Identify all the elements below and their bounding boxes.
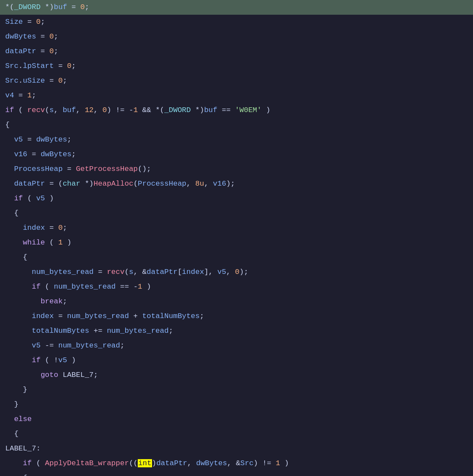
code-line-17: while ( 1 ) <box>0 235 473 250</box>
code-line-8: if ( recv(s, buf, 12, 0) != -1 && *(_DWO… <box>0 103 473 118</box>
code-line-19: num_bytes_read = recv(s, &dataPtr[index]… <box>0 265 473 280</box>
code-line-13: dataPtr = (char *)HeapAlloc(ProcessHeap,… <box>0 177 473 191</box>
code-line-31: LABEL_7: <box>0 441 473 456</box>
code-line-26: goto LABEL_7; <box>0 368 473 383</box>
code-line-1: *(_DWORD *)buf = 0; <box>0 0 473 15</box>
code-line-6: Src.uSize = 0; <box>0 74 473 88</box>
code-line-29: else <box>0 412 473 427</box>
code-line-16: index = 0; <box>0 221 473 235</box>
code-line-2: Size = 0; <box>0 15 473 29</box>
code-line-9: { <box>0 118 473 132</box>
code-line-4: dataPtr = 0; <box>0 44 473 59</box>
code-line-10: v5 = dwBytes; <box>0 132 473 147</box>
code-line-22: index = num_bytes_read + totalNumBytes; <box>0 309 473 324</box>
code-line-24: v5 -= num_bytes_read; <box>0 338 473 353</box>
code-line-23: totalNumBytes += num_bytes_read; <box>0 324 473 338</box>
code-line-33: { <box>0 471 473 476</box>
code-line-5: Src.lpStart = 0; <box>0 59 473 74</box>
code-container: *(_DWORD *)buf = 0; Size = 0; dwBytes = … <box>0 0 473 476</box>
code-line-11: v16 = dwBytes; <box>0 147 473 162</box>
code-line-7: v4 = 1; <box>0 88 473 103</box>
code-line-3: dwBytes = 0; <box>0 29 473 44</box>
code-line-25: if ( !v5 ) <box>0 353 473 368</box>
code-line-18: { <box>0 250 473 265</box>
code-line-15: { <box>0 206 473 221</box>
code-line-14: if ( v5 ) <box>0 191 473 206</box>
code-line-28: } <box>0 397 473 412</box>
code-line-30: { <box>0 427 473 441</box>
code-line-21: break; <box>0 294 473 309</box>
code-line-12: ProcessHeap = GetProcessHeap(); <box>0 162 473 177</box>
code-line-32: if ( ApplyDeltaB_wrapper((int)dataPtr, d… <box>0 456 473 471</box>
code-line-20: if ( num_bytes_read == -1 ) <box>0 280 473 294</box>
code-line-27: } <box>0 383 473 397</box>
